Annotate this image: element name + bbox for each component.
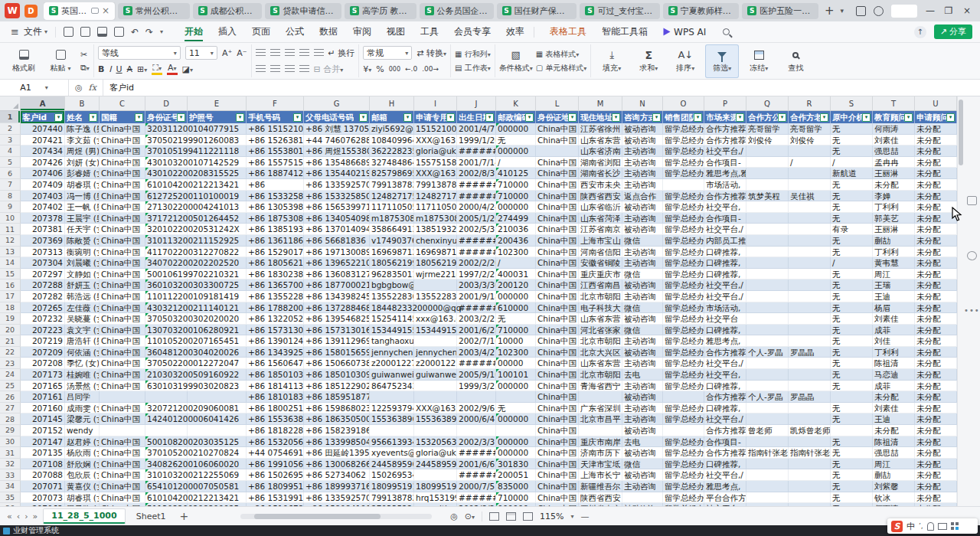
cell[interactable]: China中国 — [536, 403, 579, 414]
cell[interactable]: 2003/2/2 — [457, 313, 496, 325]
cell[interactable]: 未分配 — [915, 325, 957, 336]
cell[interactable]: 未分配 — [915, 302, 957, 314]
cell[interactable]: 155363896 — [414, 413, 457, 425]
cell[interactable]: 主动咨询 — [622, 481, 663, 492]
cell[interactable]: 360103200303300725 — [145, 279, 188, 291]
cell[interactable]: +86 18302388 — [247, 269, 304, 280]
filter-dropdown-icon[interactable]: ▾ — [525, 113, 534, 122]
cell[interactable]: 2002/8/31 — [457, 168, 496, 179]
cell[interactable]: China中国 — [536, 224, 579, 235]
clear-format-icon[interactable]: ◪▾ — [182, 64, 193, 74]
cell[interactable]: 未分配 — [915, 257, 957, 269]
cell[interactable]: 124827175 — [370, 191, 414, 202]
cell[interactable]: 400031 — [496, 269, 536, 280]
cell[interactable]: 主动咨询 — [622, 403, 663, 414]
cell[interactable]: 电子科技大 — [579, 302, 622, 314]
cell[interactable]: 周江 — [873, 459, 915, 470]
share-button[interactable]: ↗ 分享 — [934, 25, 972, 39]
row-number[interactable]: 6 — [0, 168, 21, 179]
cell[interactable]: +86 18141137 — [247, 381, 304, 392]
cell[interactable] — [746, 413, 789, 425]
cell[interactable] — [414, 335, 457, 347]
cell[interactable]: 500108200203035125 — [145, 436, 188, 448]
cell[interactable] — [579, 425, 622, 436]
cell[interactable]: 赵君婷 (女 — [65, 436, 100, 448]
ime-lang-toggle[interactable]: 中 — [906, 521, 915, 532]
cell[interactable]: 207147 — [21, 436, 65, 448]
increase-font-icon[interactable]: A⁺ — [222, 48, 232, 58]
cell[interactable]: 630103199903020823 — [145, 381, 188, 392]
cell[interactable]: 留学总经办 — [663, 235, 704, 247]
cell[interactable]: 130703200106280921 — [145, 325, 188, 336]
cell[interactable]: 山东省东营 — [579, 135, 622, 146]
indent-decrease-icon[interactable] — [299, 49, 309, 57]
cell[interactable]: 胡睿琪 (女 — [65, 492, 100, 504]
cell[interactable]: 未分配 — [915, 191, 957, 202]
cell[interactable]: 钦冰 — [873, 492, 915, 504]
file-tab[interactable]: S高学历 教授.xlsx — [345, 3, 416, 19]
horizontal-scrollbar[interactable] — [240, 514, 432, 519]
cell[interactable]: 未分配 — [915, 224, 957, 235]
cell[interactable]: 无 — [831, 403, 873, 414]
cell[interactable] — [789, 403, 831, 414]
cell[interactable]: 2001/9/18 — [457, 291, 496, 302]
cell[interactable]: 799138782 — [370, 492, 414, 504]
cell[interactable] — [746, 201, 789, 213]
cell[interactable]: 153205639 — [414, 436, 457, 448]
cell[interactable]: 社交平台,/ — [704, 469, 746, 481]
column-header-D[interactable]: D — [145, 96, 188, 111]
cell[interactable]: 710000 — [496, 325, 536, 336]
cell[interactable]: China中国 — [100, 247, 145, 258]
cell[interactable]: +86 1573130169 — [304, 325, 370, 336]
cell[interactable]: +86 田延岭1395 — [304, 447, 370, 459]
header-cell[interactable]: 申请顾问▾ — [915, 111, 957, 123]
cell[interactable]: 罗晶晶 — [789, 391, 831, 403]
cell[interactable]: 包欣辰 (女 — [65, 469, 100, 481]
menu-item-会员专享[interactable]: 会员专享 — [446, 21, 498, 42]
cell[interactable]: 835000 — [496, 481, 536, 492]
paste-button[interactable]: 粘贴 ▾ — [44, 44, 77, 78]
cell[interactable]: ######## — [457, 447, 496, 459]
cell[interactable]: China中国 — [100, 459, 145, 470]
cell[interactable]: 2000/6/4 — [457, 413, 496, 425]
ime-keyboard-icon[interactable] — [938, 523, 947, 530]
cell[interactable]: jennychen7 — [414, 347, 457, 358]
cell[interactable]: 207232 — [21, 313, 65, 325]
cell[interactable]: 135522836 — [370, 291, 414, 302]
cell[interactable]: +86 15575158 — [247, 157, 304, 168]
cell[interactable] — [414, 425, 457, 436]
row-number[interactable]: 5 — [0, 157, 21, 168]
cell[interactable]: 未分配 — [873, 179, 915, 191]
cell[interactable] — [789, 436, 831, 448]
cell[interactable]: 207426 — [21, 157, 65, 168]
cell[interactable]: 无 — [831, 492, 873, 504]
cell[interactable]: China中国 — [100, 302, 145, 314]
cell[interactable]: China中国 — [536, 335, 579, 347]
cell[interactable]: 筑梦美程 — [746, 191, 789, 202]
cell[interactable]: 962835011 — [370, 269, 414, 280]
cell[interactable]: 207088 — [21, 469, 65, 481]
cell[interactable]: 刘佳 — [873, 335, 915, 347]
row-number[interactable]: 7 — [0, 179, 21, 191]
cell[interactable]: 340826200106060020 — [145, 459, 188, 470]
hscroll-thumb[interactable] — [254, 514, 381, 519]
cell[interactable]: 430102200208315525 — [145, 168, 188, 179]
cell[interactable]: 2000/7/5 — [457, 481, 496, 492]
cell[interactable]: 刘妍 (女) — [65, 157, 100, 168]
cell[interactable]: 刘素佳 — [873, 403, 915, 414]
cell[interactable]: 370105200210270824 — [145, 447, 188, 459]
cell[interactable]: 未分配 — [915, 179, 957, 191]
header-cell[interactable]: 合作方公▾ — [746, 111, 789, 123]
cell[interactable]: 244589596 — [414, 459, 457, 470]
sum-button[interactable]: Σ 求和▾ — [632, 44, 665, 78]
column-header-G[interactable]: G — [304, 96, 370, 111]
cell[interactable]: 主动咨询 — [622, 213, 663, 224]
cell[interactable]: 无 — [831, 347, 873, 358]
cell[interactable]: 1999/1/26 — [457, 135, 496, 146]
row-number[interactable]: 20 — [0, 325, 21, 336]
menu-item-插入[interactable]: 插入 — [211, 21, 244, 42]
cell[interactable]: 微信 — [622, 459, 663, 470]
cell[interactable]: China中国 — [100, 179, 145, 191]
cell[interactable]: 654101200007050581 — [145, 481, 188, 492]
cell[interactable]: 207108 — [21, 459, 65, 470]
